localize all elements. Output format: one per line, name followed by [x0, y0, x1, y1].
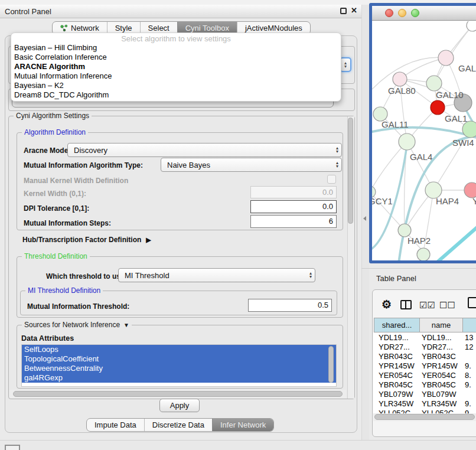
- table-row[interactable]: YBR045CYBR045C9.: [373, 380, 476, 389]
- attribute-selfloops[interactable]: SelfLoops: [22, 345, 336, 354]
- tab-infer-network[interactable]: Infer Network: [212, 419, 273, 431]
- which-threshold-combobox[interactable]: MI Threshold ▴▾: [118, 268, 315, 282]
- network-window-titlebar[interactable]: [372, 6, 476, 21]
- mi-threshold-definition-legend: MI Threshold Definition: [25, 286, 103, 295]
- split-view-icon[interactable]: [400, 300, 412, 309]
- mi-threshold-field[interactable]: 0.5: [248, 299, 332, 312]
- manual-kernel-width-label: Manual Kernel Width Definition: [24, 177, 128, 185]
- dropdown-item-basic-correlation[interactable]: Basic Correlation Inference: [11, 53, 341, 62]
- dropdown-item-bayesian-k2[interactable]: Bayesian – K2: [11, 81, 341, 90]
- column-header-shared[interactable]: shared...: [374, 318, 420, 332]
- column-header-partial[interactable]: [462, 318, 476, 332]
- node-swi4[interactable]: [462, 121, 476, 138]
- control-panel-title: Control Panel: [0, 7, 51, 16]
- node-gal4[interactable]: [399, 133, 415, 150]
- table-hscrollbar-thumb[interactable]: [374, 414, 475, 420]
- mi-algorithm-type-combobox[interactable]: Naive Bayes ▴▾: [161, 158, 342, 172]
- window-zoom-button[interactable]: [411, 9, 419, 17]
- dropdown-item-dream8[interactable]: Dream8 DC_TDC Algorithm: [11, 90, 341, 100]
- node-gal-partial[interactable]: [438, 50, 454, 66]
- table-row[interactable]: YDR27...YDR27...12: [373, 342, 476, 351]
- close-icon[interactable]: ✕: [351, 6, 357, 15]
- aracne-mode-combobox[interactable]: Discovery ▴▾: [67, 143, 342, 157]
- node-gal10[interactable]: [426, 76, 442, 91]
- mi-steps-label: Mutual Information Steps:: [24, 219, 111, 227]
- collapsed-arrow-icon: ▶: [146, 236, 151, 244]
- sources-legend[interactable]: Sources for Network Inference ▼: [22, 321, 132, 329]
- unchecked-columns-icon[interactable]: ☐☐: [439, 300, 455, 311]
- table-row[interactable]: YLL052CYLL052C9.: [373, 408, 476, 413]
- panel-splitter[interactable]: [361, 5, 369, 450]
- expanded-arrow-icon: ▼: [123, 322, 129, 328]
- window-minimize-button[interactable]: [398, 9, 406, 17]
- node-hap2[interactable]: [398, 224, 411, 237]
- attribute-topologicalcoefficient[interactable]: TopologicalCoefficient: [22, 354, 336, 364]
- table-body: YDL19...YDL19...13 YDR27...YDR27...12 YB…: [373, 332, 476, 413]
- checked-columns-icon[interactable]: ☑☑: [419, 300, 435, 311]
- table-row[interactable]: YDL19...YDL19...13: [373, 332, 476, 342]
- algorithm-combobox-stepper[interactable]: ▴ ▾: [340, 57, 351, 72]
- dropdown-item-bayesian-hill-climbing[interactable]: Bayesian – Hill Climbing: [11, 43, 341, 53]
- dpi-tolerance-field[interactable]: 0.0: [250, 200, 337, 213]
- mi-steps-field[interactable]: 6: [250, 215, 337, 228]
- data-attributes-label: Data Attributes: [21, 334, 74, 343]
- node-label: GAL: [458, 63, 476, 73]
- dropdown-item-mutual-information[interactable]: Mutual Information Inference: [11, 71, 341, 81]
- dropdown-item-aracne[interactable]: ARACNE Algorithm: [11, 62, 341, 71]
- table-row[interactable]: YPR145WYPR145W9.: [373, 361, 476, 370]
- table-row[interactable]: YBR043CYBR043C: [373, 351, 476, 361]
- minimized-panel-handle[interactable]: [5, 445, 20, 450]
- node-label: GAL1: [445, 113, 467, 123]
- algorithm-dropdown-popup: Select algorithm to view settings Bayesi…: [11, 32, 341, 102]
- cyni-bottom-tabbar: Impute Data Discretize Data Infer Networ…: [86, 418, 274, 432]
- combo-stepper-icon: ▴▾: [336, 146, 338, 154]
- attribute-betweennesscentrality[interactable]: BetweennessCentrality: [22, 364, 336, 373]
- node-label: GCY1: [372, 196, 393, 206]
- node-label: Y: [472, 196, 476, 206]
- control-panel-titlebar[interactable]: Control Panel ✕: [0, 5, 361, 18]
- node-label: HAP4: [436, 196, 459, 206]
- settings-vscrollbar-thumb[interactable]: [348, 118, 353, 224]
- node-unlabeled-top[interactable]: [467, 21, 476, 31]
- combo-stepper-icon: ▴▾: [309, 272, 312, 279]
- column-header-name[interactable]: name: [419, 318, 463, 332]
- window-close-button[interactable]: [385, 9, 393, 17]
- node-label: HAP2: [407, 236, 431, 246]
- tab-discretize-data[interactable]: Discretize Data: [144, 419, 212, 431]
- table-row[interactable]: YER054CYER054C8.: [373, 370, 476, 380]
- attribute-gal4rgexp[interactable]: gal4RGexp: [22, 373, 336, 383]
- which-threshold-label: Which threshold to use:: [46, 272, 127, 281]
- threshold-definition-legend: Threshold Definition: [22, 252, 90, 260]
- hub-transcription-factor-toggle[interactable]: Hub/Transcription Factor Definition ▶: [22, 236, 151, 244]
- node-label: GAL11: [382, 119, 409, 129]
- edge[interactable]: [372, 142, 407, 192]
- tab-impute-data[interactable]: Impute Data: [87, 419, 144, 431]
- attributes-vscrollbar-thumb[interactable]: [328, 346, 334, 383]
- mi-threshold-label: Mutual Information Threshold:: [27, 302, 129, 311]
- node-gal1[interactable]: [431, 100, 445, 115]
- node-label: GAL80: [388, 86, 416, 96]
- table-panel-title: Table Panel: [376, 274, 416, 283]
- settings-hscrollbar-thumb[interactable]: [13, 391, 343, 397]
- table-row[interactable]: YLR345WYLR345W9.: [373, 399, 476, 408]
- network-node-labels: GAL GAL80 GAL10 GAL1 GAL11 SWI4 GAL4 GCY…: [372, 63, 476, 246]
- apply-button[interactable]: Apply: [159, 399, 200, 412]
- table-icon[interactable]: [468, 297, 476, 308]
- network-canvas[interactable]: GAL GAL80 GAL10 GAL1 GAL11 SWI4 GAL4 GCY…: [372, 21, 476, 263]
- edge-highlighted[interactable]: [436, 226, 476, 263]
- application-root: Control Panel ✕ Network Style Select Cyn…: [0, 0, 476, 450]
- node-gal80[interactable]: [393, 72, 407, 86]
- node-bottom-partial[interactable]: [417, 248, 430, 261]
- combo-stepper-icon: ▴▾: [336, 161, 338, 168]
- table-panel-divider: [361, 268, 476, 269]
- gear-icon[interactable]: ⚙: [382, 298, 392, 311]
- mi-algorithm-type-label: Mutual Information Algorithm Type:: [24, 161, 143, 169]
- float-window-icon[interactable]: [340, 8, 347, 14]
- network-icon: [60, 24, 68, 32]
- splitter-collapse-icon[interactable]: [363, 216, 366, 221]
- table-row[interactable]: YBL079WYBL079W: [373, 389, 476, 399]
- manual-kernel-width-checkbox[interactable]: [327, 175, 336, 184]
- kernel-width-field[interactable]: 0.0: [250, 186, 337, 198]
- data-attributes-list[interactable]: SelfLoops TopologicalCoefficient Between…: [21, 344, 337, 387]
- network-view-window[interactable]: GAL GAL80 GAL10 GAL1 GAL11 SWI4 GAL4 GCY…: [369, 3, 476, 263]
